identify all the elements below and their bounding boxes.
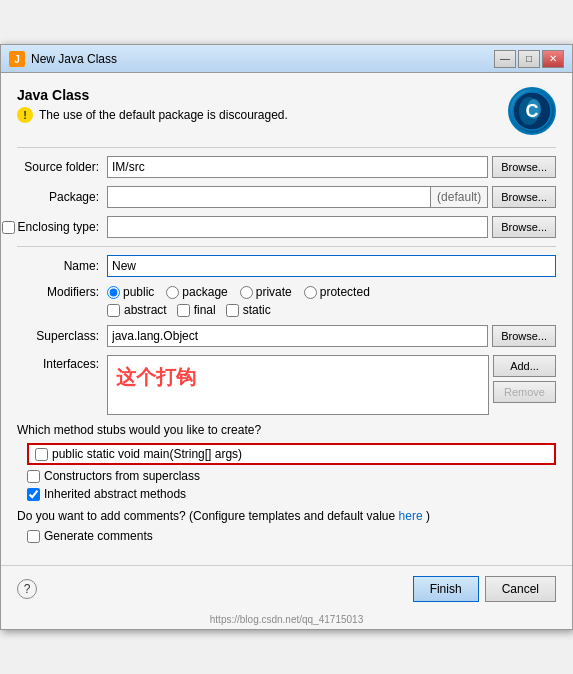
interfaces-box: 这个打钩 <box>107 355 489 415</box>
new-java-class-dialog: J New Java Class — □ ✕ Java Class ! The … <box>0 44 573 630</box>
watermark: https://blog.csdn.net/qq_41715013 <box>1 612 572 629</box>
svg-text:C: C <box>526 101 539 121</box>
enclosing-type-checkbox[interactable] <box>2 221 15 234</box>
name-input[interactable] <box>107 255 556 277</box>
constructors-checkbox[interactable] <box>27 470 40 483</box>
enclosing-type-browse-button[interactable]: Browse... <box>492 216 556 238</box>
cancel-button[interactable]: Cancel <box>485 576 556 602</box>
comments-link[interactable]: here <box>399 509 423 523</box>
modifier-final-label[interactable]: final <box>177 303 216 317</box>
window-icon: J <box>9 51 25 67</box>
generate-comments-row: Generate comments <box>27 529 556 543</box>
source-folder-row: Source folder: Browse... <box>17 156 556 178</box>
main-method-container: public static void main(String[] args) <box>27 443 556 465</box>
eclipse-logo: C <box>508 87 556 135</box>
superclass-browse-button[interactable]: Browse... <box>492 325 556 347</box>
interfaces-label: Interfaces: <box>17 355 107 415</box>
warning-row: ! The use of the default package is disc… <box>17 107 288 123</box>
section-header-left: Java Class ! The use of the default pack… <box>17 87 288 123</box>
interfaces-buttons: Add... Remove <box>493 355 556 415</box>
section-title: Java Class <box>17 87 288 103</box>
finish-button[interactable]: Finish <box>413 576 479 602</box>
help-button[interactable]: ? <box>17 579 37 599</box>
main-method-label: public static void main(String[] args) <box>52 447 242 461</box>
dialog-content: Java Class ! The use of the default pack… <box>1 73 572 565</box>
interfaces-remove-button[interactable]: Remove <box>493 381 556 403</box>
superclass-label: Superclass: <box>17 329 107 343</box>
footer-buttons: Finish Cancel <box>413 576 556 602</box>
superclass-row: Superclass: Browse... <box>17 325 556 347</box>
modifier-checkbox-group: abstract final static <box>107 303 556 317</box>
modifier-protected-radio[interactable] <box>304 286 317 299</box>
name-row: Name: <box>17 255 556 277</box>
modifiers-label: Modifiers: <box>17 285 107 299</box>
generate-comments-label[interactable]: Generate comments <box>27 529 556 543</box>
enclosing-type-input[interactable] <box>107 216 488 238</box>
enclosing-type-row: Enclosing type: Browse... <box>17 216 556 238</box>
package-row: Package: (default) Browse... <box>17 186 556 208</box>
package-label: Package: <box>17 190 107 204</box>
methods-section: Which method stubs would you like to cre… <box>17 423 556 501</box>
source-folder-browse-button[interactable]: Browse... <box>492 156 556 178</box>
header-divider <box>17 147 556 148</box>
modifier-private-radio[interactable] <box>240 286 253 299</box>
modifier-abstract-label[interactable]: abstract <box>107 303 167 317</box>
source-folder-input[interactable] <box>107 156 488 178</box>
interfaces-annotation: 这个打钩 <box>116 364 196 391</box>
inherited-label[interactable]: Inherited abstract methods <box>27 487 556 501</box>
main-method-checkbox[interactable] <box>35 448 48 461</box>
modifier-final-checkbox[interactable] <box>177 304 190 317</box>
modifier-public-radio[interactable] <box>107 286 120 299</box>
methods-checkboxes: public static void main(String[] args) C… <box>27 443 556 501</box>
dialog-footer: ? Finish Cancel <box>1 565 572 612</box>
modifiers-row: Modifiers: public package private protec… <box>17 285 556 299</box>
modifiers-radio-group: public package private protected <box>107 285 370 299</box>
package-browse-button[interactable]: Browse... <box>492 186 556 208</box>
svg-text:J: J <box>14 54 20 65</box>
modifier-static-checkbox[interactable] <box>226 304 239 317</box>
interfaces-section: Interfaces: 这个打钩 Add... Remove <box>17 355 556 415</box>
superclass-input[interactable] <box>107 325 488 347</box>
modifier-package-label[interactable]: package <box>166 285 227 299</box>
maximize-button[interactable]: □ <box>518 50 540 68</box>
source-folder-label: Source folder: <box>17 160 107 174</box>
comments-text: Do you want to add comments? (Configure … <box>17 509 556 523</box>
modifier-static-label[interactable]: static <box>226 303 271 317</box>
interfaces-add-button[interactable]: Add... <box>493 355 556 377</box>
modifier-public-label[interactable]: public <box>107 285 154 299</box>
methods-question: Which method stubs would you like to cre… <box>17 423 556 437</box>
warning-text: The use of the default package is discou… <box>39 108 288 122</box>
section-header: Java Class ! The use of the default pack… <box>17 87 556 135</box>
name-label: Name: <box>17 259 107 273</box>
package-input[interactable] <box>107 186 431 208</box>
minimize-button[interactable]: — <box>494 50 516 68</box>
modifier-abstract-checkbox[interactable] <box>107 304 120 317</box>
warning-icon: ! <box>17 107 33 123</box>
footer-left: ? <box>17 579 37 599</box>
enclosing-type-label: Enclosing type: <box>18 220 99 234</box>
title-controls: — □ ✕ <box>494 50 564 68</box>
window-title: New Java Class <box>31 52 117 66</box>
generate-comments-checkbox[interactable] <box>27 530 40 543</box>
modifier-package-radio[interactable] <box>166 286 179 299</box>
modifier-private-label[interactable]: private <box>240 285 292 299</box>
modifier-protected-label[interactable]: protected <box>304 285 370 299</box>
close-button[interactable]: ✕ <box>542 50 564 68</box>
package-default-text: (default) <box>431 186 488 208</box>
title-bar-left: J New Java Class <box>9 51 117 67</box>
inherited-checkbox[interactable] <box>27 488 40 501</box>
constructors-label[interactable]: Constructors from superclass <box>27 469 556 483</box>
comments-section: Do you want to add comments? (Configure … <box>17 509 556 543</box>
title-bar: J New Java Class — □ ✕ <box>1 45 572 73</box>
form-divider <box>17 246 556 247</box>
